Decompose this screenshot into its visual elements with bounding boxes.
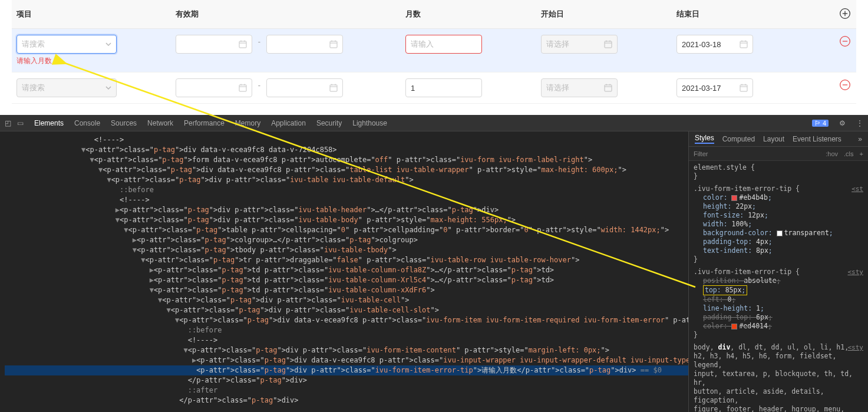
col-months: 月数 bbox=[401, 0, 536, 29]
calendar-icon bbox=[604, 40, 612, 48]
start-date-input[interactable]: 请选择 bbox=[541, 35, 618, 54]
end-date-value: 2021-03-17 bbox=[682, 84, 721, 93]
calendar-icon bbox=[740, 40, 748, 48]
months-input[interactable]: 请输入 bbox=[405, 35, 482, 54]
project-select[interactable]: 请搜索 bbox=[16, 35, 117, 54]
add-row-button[interactable] bbox=[839, 7, 852, 20]
data-table: 项目 有效期 月数 开始日 结束日 请搜索 请输入月数 - 请输入 请选择 bbox=[12, 0, 856, 104]
validity-from-date[interactable] bbox=[176, 35, 252, 54]
svg-rect-21 bbox=[239, 85, 246, 91]
calendar-icon bbox=[740, 84, 748, 92]
table-area: 项目 有效期 月数 开始日 结束日 请搜索 请输入月数 - 请输入 请选择 bbox=[0, 0, 868, 104]
start-date-input[interactable]: 请选择 bbox=[541, 78, 618, 97]
remove-row-button[interactable] bbox=[839, 78, 852, 91]
svg-rect-33 bbox=[740, 85, 747, 91]
start-placeholder: 请选择 bbox=[546, 83, 569, 93]
range-separator: - bbox=[258, 81, 260, 90]
svg-rect-11 bbox=[605, 41, 612, 48]
col-validity: 有效期 bbox=[171, 0, 401, 29]
end-date-input[interactable]: 2021-03-17 bbox=[676, 78, 753, 97]
svg-rect-3 bbox=[239, 41, 246, 48]
calendar-icon bbox=[239, 84, 247, 92]
svg-rect-7 bbox=[330, 41, 337, 48]
project-placeholder: 请搜索 bbox=[22, 39, 45, 50]
validity-to-date[interactable] bbox=[266, 78, 343, 97]
svg-rect-15 bbox=[740, 41, 747, 48]
project-placeholder: 请搜索 bbox=[22, 83, 45, 93]
months-value: 1 bbox=[411, 84, 415, 93]
error-tip: 请输入月数 bbox=[16, 56, 166, 66]
calendar-icon bbox=[329, 84, 338, 92]
calendar-icon bbox=[239, 40, 247, 48]
start-placeholder: 请选择 bbox=[546, 39, 569, 50]
chevron-down-icon bbox=[105, 85, 111, 91]
project-select[interactable]: 请搜索 bbox=[16, 78, 117, 97]
months-input[interactable]: 1 bbox=[405, 78, 482, 97]
chevron-down-icon bbox=[105, 41, 111, 47]
col-startdate: 开始日 bbox=[536, 0, 672, 29]
months-placeholder: 请输入 bbox=[411, 39, 434, 50]
validity-from-date[interactable] bbox=[176, 78, 252, 97]
range-separator: - bbox=[258, 37, 260, 46]
calendar-icon bbox=[604, 84, 612, 92]
end-date-value: 2021-03-18 bbox=[682, 40, 721, 49]
table-row: 请搜索 - 1 请选择 2021-03-17 bbox=[12, 72, 856, 104]
remove-row-button[interactable] bbox=[839, 35, 852, 48]
calendar-icon bbox=[329, 40, 338, 48]
col-project: 项目 bbox=[12, 0, 171, 29]
col-enddate: 结束日 bbox=[672, 0, 827, 29]
end-date-input[interactable]: 2021-03-18 bbox=[676, 35, 753, 54]
table-row: 请搜索 请输入月数 - 请输入 请选择 2021-03-18 bbox=[12, 29, 856, 72]
validity-to-date[interactable] bbox=[266, 35, 343, 54]
svg-rect-29 bbox=[605, 85, 612, 91]
svg-rect-25 bbox=[330, 85, 337, 91]
